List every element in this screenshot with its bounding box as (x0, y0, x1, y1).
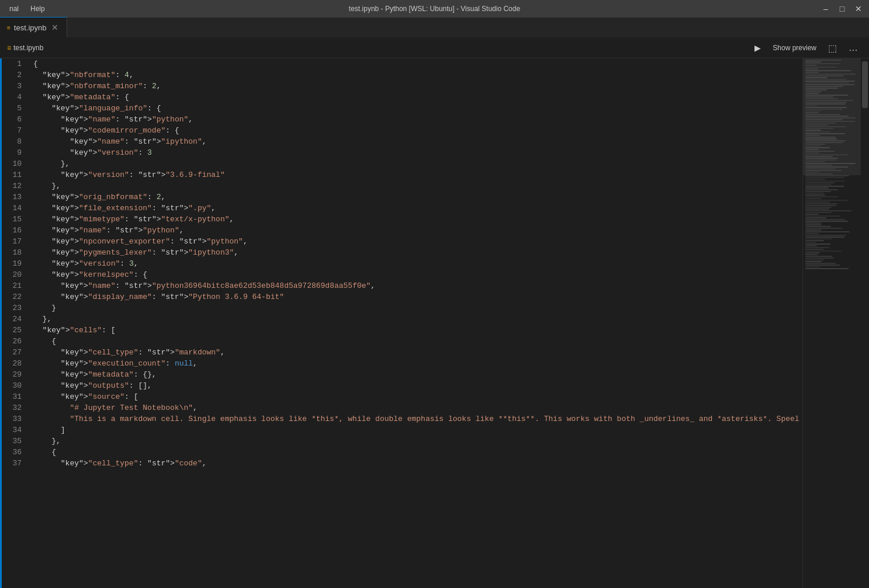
breadcrumb: ≡ test.ipynb (7, 44, 43, 52)
window-controls: – □ ✕ (821, 4, 863, 13)
code-line: "key">"cells": [ (33, 325, 802, 336)
code-line: "key">"name": "str">"python", (33, 114, 802, 125)
notebook-breadcrumb-icon: ≡ (7, 44, 11, 52)
editor-main[interactable]: 1234567891011121314151617181920212223242… (0, 58, 802, 588)
code-line: "key">"nbformat": 4, (33, 69, 802, 81)
split-editor-icon: ⬚ (828, 43, 837, 54)
code-line: "key">"name": "str">"python36964bitc8ae6… (33, 280, 802, 291)
show-preview-button[interactable]: Show preview (769, 41, 820, 54)
run-button[interactable]: ▶ (751, 41, 764, 55)
code-line: "key">"npconvert_exporter": "str">"pytho… (33, 236, 802, 247)
tab-test-ipynb[interactable]: ≡ test.ipynb ✕ (0, 17, 67, 37)
code-line: "key">"cell_type": "str">"code", (33, 458, 802, 469)
code-line: "key">"version": 3 (33, 147, 802, 158)
maximize-button[interactable]: □ (837, 4, 847, 13)
code-line: "key">"codemirror_mode": { (33, 125, 802, 136)
code-line: { (33, 447, 802, 458)
code-line: "key">"source": [ (33, 391, 802, 402)
split-editor-button[interactable]: ⬚ (825, 40, 840, 56)
code-editor[interactable]: { "key">"nbformat": 4, "key">"nbformat_m… (31, 58, 802, 588)
code-line: "key">"file_extension": "str">".py", (33, 203, 802, 214)
code-line: "key">"version": 3, (33, 258, 802, 269)
code-line: "key">"mimetype": "str">"text/x-python", (33, 214, 802, 225)
code-line: ] (33, 425, 802, 436)
code-line: "key">"metadata": { (33, 92, 802, 103)
menu-help[interactable]: Help (27, 5, 49, 13)
code-line: { (33, 58, 802, 69)
ellipsis-icon: … (849, 43, 858, 53)
code-line: { (33, 336, 802, 347)
scrollbar-track[interactable] (861, 58, 869, 588)
toolbar-actions: ▶ Show preview ⬚ … (751, 40, 862, 56)
editor-container: 1234567891011121314151617181920212223242… (0, 58, 869, 588)
code-line: "key">"execution_count": null, (33, 358, 802, 369)
window-title: test.ipynb - Python [WSL: Ubuntu] - Visu… (349, 5, 520, 13)
code-line: } (33, 302, 802, 314)
code-line: "key">"name": "str">"python", (33, 225, 802, 236)
code-line: "key">"language_info": { (33, 103, 802, 114)
code-line: "key">"display_name": "str">"Python 3.6.… (33, 291, 802, 302)
notebook-icon: ≡ (7, 25, 11, 31)
breadcrumb-text: test.ipynb (13, 44, 43, 52)
code-line: }, (33, 158, 802, 169)
line-numbers: 1234567891011121314151617181920212223242… (2, 58, 31, 588)
tab-label: test.ipynb (14, 23, 47, 32)
code-line: "key">"pygments_lexer": "str">"ipython3"… (33, 247, 802, 258)
code-line: }, (33, 180, 802, 192)
code-line: "key">"cell_type": "str">"markdown", (33, 347, 802, 358)
titlebar-menu: nal Help (6, 5, 49, 13)
editor-toolbar: ≡ test.ipynb ▶ Show preview ⬚ … (0, 38, 869, 58)
close-button[interactable]: ✕ (854, 4, 863, 13)
code-line: "# Jupyter Test Notebook\n", (33, 402, 802, 413)
code-line: }, (33, 314, 802, 325)
tab-close-button[interactable]: ✕ (50, 23, 60, 32)
show-preview-label: Show preview (773, 44, 816, 52)
tabbar: ≡ test.ipynb ✕ (0, 18, 869, 38)
code-line: "key">"kernelspec": { (33, 269, 802, 280)
code-line: "key">"outputs": [], (33, 380, 802, 391)
titlebar: nal Help test.ipynb - Python [WSL: Ubunt… (0, 0, 869, 18)
menu-nal[interactable]: nal (6, 5, 22, 13)
code-line: "key">"orig_nbformat": 2, (33, 192, 802, 203)
more-actions-button[interactable]: … (845, 40, 862, 55)
run-icon: ▶ (754, 43, 761, 53)
scrollbar-thumb[interactable] (862, 61, 868, 108)
code-line: "key">"name": "str">"ipython", (33, 136, 802, 147)
minimize-button[interactable]: – (821, 4, 830, 13)
minimap (802, 58, 861, 588)
code-line: "key">"version": "str">"3.6.9-final" (33, 169, 802, 180)
code-line: "key">"nbformat_minor": 2, (33, 81, 802, 92)
code-line: "key">"metadata": {}, (33, 369, 802, 380)
code-line: }, (33, 436, 802, 447)
code-line: "This is a markdown cell. Single emphasi… (33, 413, 802, 425)
